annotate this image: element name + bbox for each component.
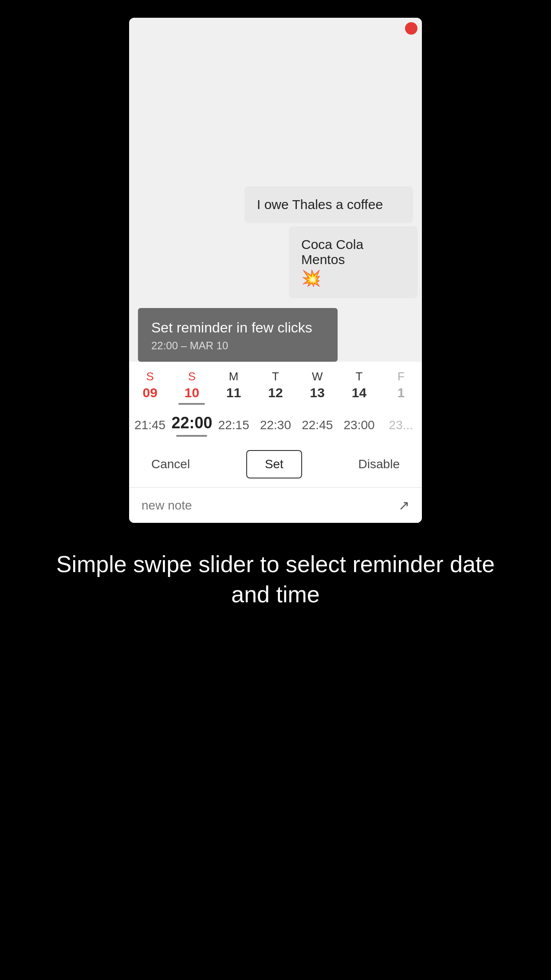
- day-num-sun10: 10: [185, 385, 199, 400]
- note-coffee-text: I owe Thales a coffee: [257, 197, 383, 212]
- day-num-sun09: 09: [142, 385, 157, 400]
- note-shopping-emoji: 💥: [301, 269, 405, 288]
- note-coffee[interactable]: I owe Thales a coffee: [244, 186, 413, 223]
- picker-area: S 09 S 10 M 11 T 12 W 13 T 14: [129, 362, 422, 523]
- day-num-mon11: 11: [226, 385, 241, 400]
- expand-icon[interactable]: ↗: [398, 498, 409, 513]
- new-note-input[interactable]: [142, 498, 391, 513]
- day-row: S 09 S 10 M 11 T 12 W 13 T 14: [129, 362, 422, 405]
- day-letter-fri15: F: [398, 370, 405, 383]
- note-shopping-text: Coca ColaMentos: [301, 237, 363, 267]
- corner-dot: [405, 22, 417, 35]
- reminder-banner[interactable]: Set reminder in few clicks 22:00 – MAR 1…: [138, 308, 338, 362]
- time-2245[interactable]: 22:45: [296, 418, 338, 432]
- time-2215[interactable]: 22:15: [213, 418, 255, 432]
- day-item-sun09[interactable]: S 09: [129, 370, 171, 405]
- new-note-area: ↗: [129, 487, 422, 523]
- reminder-title: Set reminder in few clicks: [151, 320, 324, 336]
- day-letter-thu14: T: [356, 370, 363, 383]
- day-item-wed13[interactable]: W 13: [296, 370, 338, 405]
- day-letter-wed13: W: [312, 370, 323, 383]
- time-row: 21:45 22:00 22:15 22:30 22:45 23:00 23..…: [129, 405, 422, 441]
- day-num-fri15: 1: [397, 385, 405, 400]
- day-letter-sun09: S: [146, 370, 153, 383]
- day-letter-tue12: T: [272, 370, 279, 383]
- day-letter-sun10: S: [188, 370, 196, 383]
- note-shopping[interactable]: Coca ColaMentos 💥: [289, 226, 417, 298]
- day-num-tue12: 12: [268, 385, 283, 400]
- time-2300[interactable]: 23:00: [338, 418, 380, 432]
- set-button[interactable]: Set: [246, 450, 302, 478]
- day-item-fri15[interactable]: F 1: [380, 370, 422, 405]
- time-partial[interactable]: 23...: [380, 418, 422, 432]
- phone-frame: I owe Thales a coffee Coca ColaMentos 💥 …: [129, 18, 422, 523]
- top-area: [129, 18, 422, 186]
- day-item-sun10[interactable]: S 10: [171, 370, 213, 405]
- notes-area: I owe Thales a coffee Coca ColaMentos 💥: [129, 186, 422, 306]
- day-item-mon11[interactable]: M 11: [213, 370, 255, 405]
- reminder-subtitle: 22:00 – MAR 10: [151, 340, 324, 352]
- day-num-wed13: 13: [310, 385, 325, 400]
- time-2145[interactable]: 21:45: [129, 418, 171, 432]
- day-num-thu14: 14: [352, 385, 366, 400]
- action-row: Cancel Set Disable: [129, 441, 422, 487]
- time-2200[interactable]: 22:00: [171, 414, 213, 437]
- day-item-tue12[interactable]: T 12: [255, 370, 296, 405]
- cancel-button[interactable]: Cancel: [142, 453, 199, 476]
- day-letter-mon11: M: [229, 370, 239, 383]
- time-2230[interactable]: 22:30: [255, 418, 296, 432]
- disable-button[interactable]: Disable: [350, 453, 409, 476]
- day-item-thu14[interactable]: T 14: [338, 370, 380, 405]
- bottom-caption: Simple swipe slider to select reminder d…: [0, 523, 551, 645]
- reminder-wrapper: Set reminder in few clicks 22:00 – MAR 1…: [129, 308, 422, 362]
